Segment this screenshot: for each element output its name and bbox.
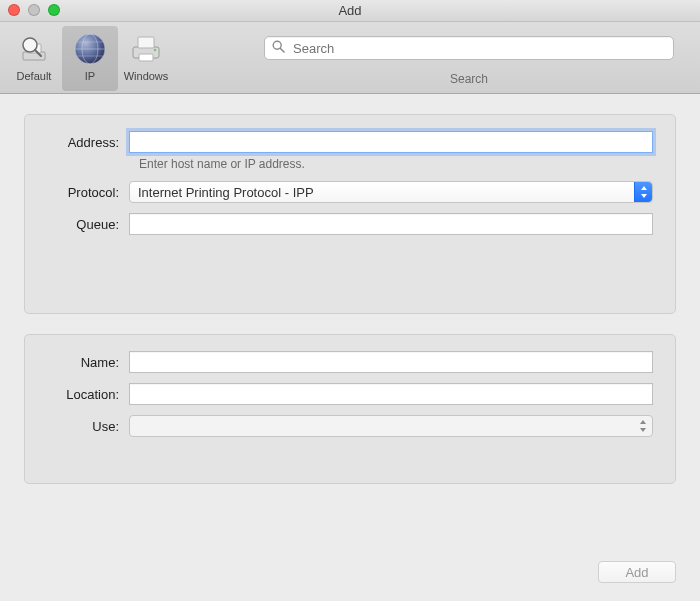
location-label: Location: xyxy=(47,387,129,402)
connection-group: Address: Enter host name or IP address. … xyxy=(24,114,676,314)
toolbar-tab-default-label: Default xyxy=(17,70,52,82)
globe-icon xyxy=(72,30,108,68)
address-hint: Enter host name or IP address. xyxy=(139,157,653,171)
toolbar-search-area: Search xyxy=(174,26,694,91)
name-input[interactable] xyxy=(129,351,653,373)
chevron-updown-icon xyxy=(634,182,652,202)
name-label: Name: xyxy=(47,355,129,370)
row-use: Use: xyxy=(47,415,653,437)
address-input[interactable] xyxy=(129,131,653,153)
protocol-popup[interactable]: Internet Printing Protocol - IPP xyxy=(129,181,653,203)
svg-point-13 xyxy=(154,49,156,51)
row-location: Location: xyxy=(47,383,653,405)
search-field-wrap xyxy=(264,36,674,60)
toolbar-tabs: Default xyxy=(6,26,174,91)
footer: Add xyxy=(24,549,676,583)
toolbar: Default xyxy=(0,22,700,94)
protocol-label: Protocol: xyxy=(47,185,129,200)
add-button[interactable]: Add xyxy=(598,561,676,583)
toolbar-tab-ip[interactable]: IP xyxy=(62,26,118,91)
close-icon[interactable] xyxy=(8,4,20,16)
svg-rect-11 xyxy=(138,37,154,48)
use-popup[interactable] xyxy=(129,415,653,437)
toolbar-tab-windows[interactable]: Windows xyxy=(118,26,174,91)
location-input[interactable] xyxy=(129,383,653,405)
search-icon xyxy=(272,40,285,56)
row-protocol: Protocol: Internet Printing Protocol - I… xyxy=(47,181,653,203)
minimize-icon[interactable] xyxy=(28,4,40,16)
svg-rect-12 xyxy=(139,54,153,61)
address-label: Address: xyxy=(47,135,129,150)
toolbar-tab-windows-label: Windows xyxy=(124,70,169,82)
row-address: Address: xyxy=(47,131,653,153)
queue-input[interactable] xyxy=(129,213,653,235)
chevron-updown-icon xyxy=(634,416,652,436)
queue-label: Queue: xyxy=(47,217,129,232)
svg-line-15 xyxy=(280,48,284,52)
window-controls xyxy=(8,4,60,16)
toolbar-search-caption: Search xyxy=(450,72,488,86)
details-group: Name: Location: Use: xyxy=(24,334,676,484)
row-queue: Queue: xyxy=(47,213,653,235)
use-label: Use: xyxy=(47,419,129,434)
row-name: Name: xyxy=(47,351,653,373)
toolbar-tab-default[interactable]: Default xyxy=(6,26,62,91)
search-input[interactable] xyxy=(264,36,674,60)
content: Address: Enter host name or IP address. … xyxy=(0,94,700,601)
zoom-icon[interactable] xyxy=(48,4,60,16)
window-title: Add xyxy=(338,3,361,18)
add-button-label: Add xyxy=(625,565,648,580)
titlebar: Add xyxy=(0,0,700,22)
printer-icon xyxy=(128,30,164,68)
magnifier-printer-icon xyxy=(17,30,51,68)
toolbar-tab-ip-label: IP xyxy=(85,70,95,82)
protocol-value: Internet Printing Protocol - IPP xyxy=(138,185,314,200)
